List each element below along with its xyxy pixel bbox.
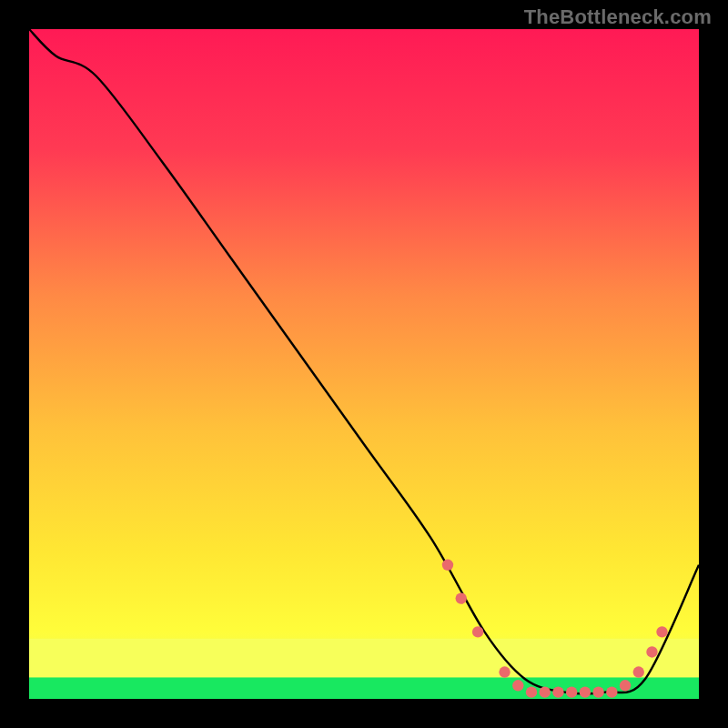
- chart-frame: TheBottleneck.com: [0, 0, 728, 728]
- highlight-dot: [540, 686, 551, 697]
- highlight-dot: [552, 686, 563, 697]
- chart-highlight-dots: [442, 560, 668, 698]
- highlight-dot: [606, 686, 617, 697]
- highlight-dot: [512, 680, 523, 691]
- highlight-dot: [499, 666, 510, 677]
- highlight-dot: [592, 686, 603, 697]
- highlight-dot: [566, 686, 577, 697]
- highlight-dot: [646, 646, 657, 657]
- highlight-dot: [620, 680, 631, 691]
- highlight-dot: [442, 560, 453, 571]
- chart-plot-area: [29, 29, 699, 699]
- highlight-dot: [656, 626, 667, 637]
- chart-curve-layer: [29, 29, 699, 699]
- highlight-dot: [456, 592, 467, 603]
- highlight-dot: [526, 686, 537, 697]
- highlight-dot: [580, 686, 591, 697]
- watermark-text: TheBottleneck.com: [524, 5, 712, 29]
- highlight-dot: [472, 626, 483, 637]
- highlight-dot: [633, 666, 644, 677]
- chart-curve: [29, 29, 699, 693]
